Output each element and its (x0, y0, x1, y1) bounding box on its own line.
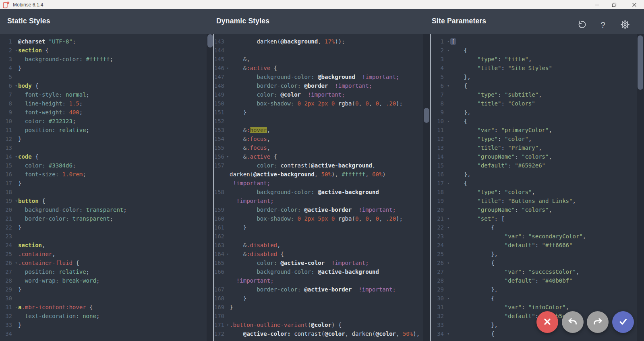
line-number: 161 (214, 223, 224, 232)
fold-arrow-icon[interactable]: ▾ (447, 46, 449, 55)
code-line: 164▾ &:disabled { (214, 250, 431, 258)
code-text: { (450, 117, 467, 126)
fold-arrow-icon[interactable]: ▾ (15, 152, 17, 161)
code-line: 8 line-height: 1.5; (0, 99, 214, 108)
line-number: 6 (441, 81, 444, 90)
scrollbar-thumb-params[interactable] (638, 35, 643, 90)
fold-arrow-icon[interactable]: ▾ (447, 81, 449, 90)
editors-area: 1@charset "UTF-8";2▾section {3 backgroun… (0, 34, 644, 341)
gutter: 31 (431, 303, 450, 312)
line-number: 17 (437, 179, 444, 188)
settings-button[interactable] (619, 19, 631, 31)
minimize-icon (594, 2, 599, 7)
code-text: !important; (230, 196, 274, 205)
line-number: 14 (5, 152, 12, 161)
redo-button[interactable] (587, 311, 609, 333)
line-number: 9 (441, 108, 444, 117)
fold-arrow-icon[interactable]: ▾ (227, 320, 229, 329)
fold-arrow-icon[interactable]: ▾ (447, 294, 449, 303)
code-text: "groupName": "colors", (450, 152, 552, 161)
line-number: 15 (437, 161, 444, 170)
fold-arrow-icon[interactable]: ▾ (227, 152, 229, 161)
code-line: !important; (214, 196, 431, 205)
code-line: 34 (0, 329, 214, 338)
code-text: border-color: @active-border !important; (230, 285, 396, 294)
fold-arrow-icon[interactable]: ▾ (447, 223, 449, 232)
fold-arrow-icon[interactable]: ▾ (447, 179, 449, 188)
gutter: 26▾ (0, 258, 18, 267)
fold-arrow-icon[interactable]: ▾ (15, 258, 17, 267)
line-number: 13 (5, 143, 12, 152)
help-button[interactable]: ? (597, 19, 609, 31)
static-styles-editor[interactable]: 1@charset "UTF-8";2▾section {3 backgroun… (0, 34, 214, 341)
refresh-button[interactable] (576, 19, 588, 31)
code-text: @active-color: contrast(@color, darken(@… (230, 329, 420, 338)
gutter: 8 (431, 99, 450, 108)
code-line: 29 }, (431, 285, 644, 294)
scrollbar-track[interactable] (423, 34, 430, 341)
line-number: 145 (214, 55, 224, 64)
code-line: 9 font-weight: 400; (0, 108, 214, 117)
fold-arrow-icon[interactable]: ▾ (15, 46, 17, 55)
gutter: 14 (431, 152, 450, 161)
gutter (214, 196, 230, 205)
line-number: 34 (5, 329, 12, 338)
cancel-button[interactable] (536, 311, 558, 333)
gutter: 149 (214, 90, 230, 99)
line-number: 22 (5, 223, 12, 232)
restore-button[interactable] (607, 0, 621, 9)
gutter: 34 (0, 329, 18, 338)
code-text: line-height: 1.5; (18, 99, 83, 108)
fold-arrow-icon[interactable]: ▾ (447, 37, 449, 46)
undo-button[interactable] (562, 311, 584, 333)
code-line: 144 (214, 46, 431, 55)
site-parameters-editor[interactable]: 1▾[2▾ {3 "type": "title",4 "title": "Sit… (431, 34, 644, 341)
line-number: 162 (214, 232, 224, 241)
fold-arrow-icon[interactable]: ▾ (227, 250, 229, 258)
code-text: box-shadow: 0 2px 2px 0 rgba(0, 0, 0, .2… (230, 99, 403, 108)
line-number: 167 (214, 285, 224, 294)
gutter: 28 (0, 276, 18, 285)
fold-arrow-icon[interactable]: ▾ (447, 329, 449, 338)
titlebar[interactable]: Mobirise 6.1.4 (0, 0, 644, 9)
close-button[interactable] (627, 0, 641, 9)
fold-arrow-icon[interactable]: ▾ (15, 81, 17, 90)
minimize-button[interactable] (590, 0, 604, 9)
fold-arrow-icon[interactable]: ▾ (447, 214, 449, 223)
fold-arrow-icon[interactable]: ▾ (447, 258, 449, 267)
mobirise-logo-icon (3, 1, 10, 8)
fold-arrow-icon[interactable]: ▾ (227, 64, 229, 72)
code-text: }, (450, 285, 498, 294)
code-text: color: #232323; (18, 117, 76, 126)
gutter: 25 (0, 250, 18, 258)
code-text: "default": "#6592e6" (450, 161, 545, 170)
fold-arrow-icon[interactable]: ▾ (15, 303, 17, 312)
dynamic-styles-editor[interactable]: 143 darken(@background, 17%));144145 &,1… (214, 34, 431, 341)
code-text: background-color: @active-background (230, 267, 379, 276)
code-text: &:hover, (230, 126, 270, 134)
code-text: !important; (230, 276, 274, 285)
apply-button[interactable] (612, 311, 634, 333)
code-text: } (230, 223, 246, 232)
gutter: 2▾ (0, 46, 18, 55)
scrollbar-thumb-static[interactable] (207, 34, 213, 48)
code-line: 169} (214, 303, 431, 312)
line-number: 12 (437, 134, 444, 143)
panel-title-site-parameters: Site Parameters (432, 17, 486, 25)
gutter: 3 (431, 55, 450, 64)
code-line: 167 border-color: @active-border !import… (214, 285, 431, 294)
code-text: { (450, 46, 467, 55)
code-text: "var": "primaryColor", (450, 126, 552, 134)
scrollbar-thumb-dynamic[interactable] (424, 108, 429, 123)
fold-arrow-icon[interactable]: ▾ (15, 196, 17, 205)
line-number: 14 (437, 152, 444, 161)
code-line: 24section, (0, 241, 214, 250)
code-text: position: relative; (18, 126, 89, 134)
gutter: 171▾ (214, 320, 230, 329)
line-number: 7 (441, 90, 444, 99)
gutter: 4 (431, 64, 450, 72)
line-number: 16 (5, 170, 12, 179)
code-text: }, (450, 250, 498, 258)
fold-arrow-icon[interactable]: ▾ (447, 117, 449, 126)
line-number: 153 (214, 126, 224, 134)
